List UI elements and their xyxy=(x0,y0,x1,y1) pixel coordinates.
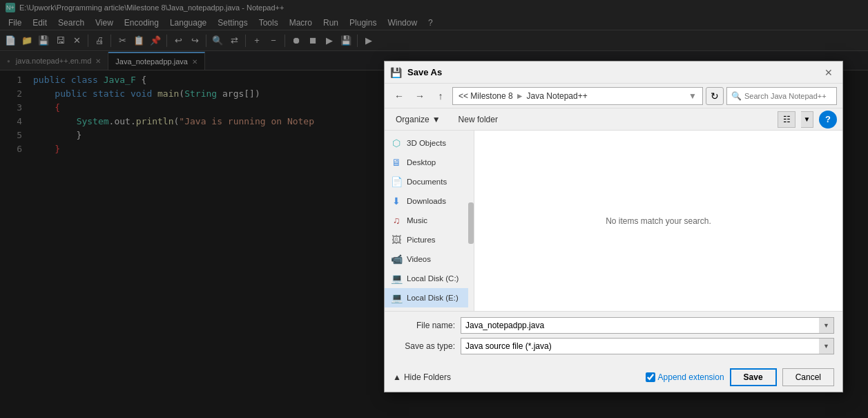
sidebar-label-local-disk-c: Local Disk (C:) xyxy=(407,274,459,283)
music-icon: ♫ xyxy=(390,214,403,227)
save-as-dialog: 💾 Save As ✕ ← → ↑ << Milestone 8 ► Java … xyxy=(384,61,843,392)
dialog-body: ⬡ 3D Objects 🖥 Desktop 📄 Documents ⬇ Dow… xyxy=(385,131,842,311)
nav-back-button[interactable]: ← xyxy=(390,87,408,105)
breadcrumb-sep: ► xyxy=(516,91,524,101)
organize-chevron-icon: ▼ xyxy=(432,115,441,124)
local-disk-c-icon: 💻 xyxy=(390,272,403,285)
sidebar-item-documents[interactable]: 📄 Documents xyxy=(385,172,474,191)
sidebar-item-videos[interactable]: 📹 Videos xyxy=(385,249,474,269)
sidebar-item-desktop[interactable]: 🖥 Desktop xyxy=(385,153,474,172)
sidebar-scrollbar-thumb xyxy=(468,202,474,244)
pictures-icon: 🖼 xyxy=(390,234,403,246)
sidebar-label-local-disk-e: Local Disk (E:) xyxy=(407,294,459,302)
sidebar-item-3dobjects[interactable]: ⬡ 3D Objects xyxy=(385,133,474,153)
dialog-nav: ← → ↑ << Milestone 8 ► Java Notepad++ ▼ … xyxy=(385,84,842,108)
sidebar-label-desktop: Desktop xyxy=(407,158,436,167)
cancel-button[interactable]: Cancel xyxy=(782,368,834,386)
view-button[interactable]: ☷ xyxy=(778,111,795,128)
view-dropdown-button[interactable]: ▼ xyxy=(801,111,813,128)
dialog-overlay: 💾 Save As ✕ ← → ↑ << Milestone 8 ► Java … xyxy=(0,0,868,418)
sidebar-label-pictures: Pictures xyxy=(407,236,436,244)
downloads-icon: ⬇ xyxy=(390,195,403,207)
organize-label: Organize xyxy=(396,115,430,124)
save-as-type-input[interactable] xyxy=(461,338,834,354)
dialog-title-bar: 💾 Save As ✕ xyxy=(385,61,842,84)
save-as-type-row: Save as type: ▼ xyxy=(393,338,834,354)
sidebar-item-downloads[interactable]: ⬇ Downloads xyxy=(385,191,474,211)
local-disk-e-icon: 💻 xyxy=(390,292,403,304)
organize-button[interactable]: Organize ▼ xyxy=(390,111,446,128)
breadcrumb-dropdown[interactable]: ▼ xyxy=(688,91,697,101)
file-name-label: File name: xyxy=(393,321,455,330)
no-items-message: No items match your search. xyxy=(606,216,711,226)
sidebar-item-pictures[interactable]: 🖼 Pictures xyxy=(385,230,474,249)
nav-forward-button[interactable]: → xyxy=(411,87,429,105)
sidebar-item-local-disk-c[interactable]: 💻 Local Disk (C:) xyxy=(385,269,474,288)
sidebar-item-local-disk-e[interactable]: 💻 Local Disk (E:) xyxy=(385,288,474,307)
new-folder-button[interactable]: New folder xyxy=(452,111,505,128)
dialog-title-text: Save As xyxy=(407,67,815,77)
3dobjects-icon: ⬡ xyxy=(390,137,403,149)
breadcrumb-part2: Java Notepad++ xyxy=(527,91,588,101)
file-name-row: File name: ▼ xyxy=(393,317,834,334)
save-as-type-label: Save as type: xyxy=(393,341,455,351)
sidebar-label-videos: Videos xyxy=(407,255,431,263)
file-name-input[interactable] xyxy=(461,317,834,334)
hide-folders-chevron-icon: ▲ xyxy=(393,372,401,382)
dialog-title-icon: 💾 xyxy=(390,67,402,78)
file-name-dropdown-button[interactable]: ▼ xyxy=(819,317,834,334)
hide-folders-label: Hide Folders xyxy=(404,372,451,382)
sidebar-item-music[interactable]: ♫ Music xyxy=(385,211,474,230)
refresh-button[interactable]: ↻ xyxy=(706,87,724,105)
documents-icon: 📄 xyxy=(390,175,403,188)
dialog-sidebar: ⬡ 3D Objects 🖥 Desktop 📄 Documents ⬇ Dow… xyxy=(385,131,474,311)
sidebar-label-3dobjects: 3D Objects xyxy=(407,139,446,147)
breadcrumb-part1: << Milestone 8 xyxy=(459,91,513,101)
help-button[interactable]: ? xyxy=(819,111,837,129)
save-as-type-input-wrap: ▼ xyxy=(461,338,834,354)
dialog-footer: File name: ▼ Save as type: ▼ xyxy=(385,311,842,364)
search-icon: 🔍 xyxy=(731,91,742,101)
search-box[interactable]: 🔍 xyxy=(726,87,837,105)
sidebar-label-downloads: Downloads xyxy=(407,197,446,205)
append-extension-checkbox[interactable] xyxy=(646,372,655,382)
hide-folders-button[interactable]: ▲ Hide Folders xyxy=(393,372,451,382)
file-name-input-wrap: ▼ xyxy=(461,317,834,334)
append-extension-label: Append extension xyxy=(658,372,724,382)
sidebar-scrollbar[interactable] xyxy=(468,131,474,311)
dialog-content-area: No items match your search. xyxy=(474,131,842,311)
search-input[interactable] xyxy=(744,92,832,100)
save-button[interactable]: Save xyxy=(730,368,777,386)
nav-up-button[interactable]: ↑ xyxy=(432,87,450,105)
append-extension-container: Append extension xyxy=(646,372,724,382)
desktop-icon: 🖥 xyxy=(390,156,403,169)
dialog-toolbar: Organize ▼ New folder ☷ ▼ ? xyxy=(385,108,842,131)
videos-icon: 📹 xyxy=(390,253,403,265)
save-as-type-dropdown-button[interactable]: ▼ xyxy=(819,338,834,354)
dialog-close-button[interactable]: ✕ xyxy=(820,64,837,81)
breadcrumb[interactable]: << Milestone 8 ► Java Notepad++ ▼ xyxy=(452,87,703,105)
dialog-actions: ▲ Hide Folders Append extension Save Can… xyxy=(385,364,842,392)
sidebar-label-music: Music xyxy=(407,216,427,225)
new-folder-label: New folder xyxy=(459,115,498,124)
sidebar-label-documents: Documents xyxy=(407,178,447,186)
